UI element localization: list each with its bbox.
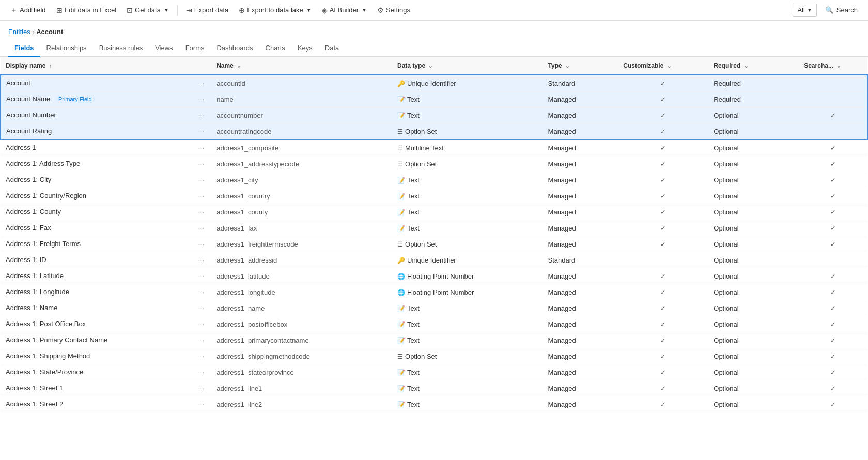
row-menu-dots[interactable]: ··· [196, 368, 207, 376]
tab-charts[interactable]: Charts [259, 40, 291, 57]
col-header-customizable[interactable]: Customizable ⌄ [618, 57, 708, 75]
breadcrumb-entities[interactable]: Entities [8, 28, 30, 36]
table-row[interactable]: Address 1: ID ···address1_addressid🔑Uniq… [1, 252, 867, 268]
add-field-button[interactable]: ＋ Add field [6, 4, 50, 17]
customizable-check: ✓ [660, 144, 666, 152]
search-button[interactable]: 🔍 Search [821, 4, 862, 16]
tab-keys[interactable]: Keys [291, 40, 319, 57]
row-menu-dots[interactable]: ··· [196, 288, 207, 296]
row-menu-dots[interactable]: ··· [196, 95, 207, 103]
cell-customizable: ✓ [618, 332, 708, 348]
row-menu-dots[interactable]: ··· [196, 208, 207, 216]
cell-customizable: ✓ [618, 124, 708, 140]
col-header-displayname[interactable]: Display name ↑ [1, 57, 211, 75]
customizable-check: ✓ [660, 192, 666, 200]
ai-builder-button[interactable]: ◈ AI Builder ▼ [318, 4, 371, 17]
row-menu-dots[interactable]: ··· [196, 160, 207, 168]
row-menu-dots[interactable]: ··· [196, 176, 207, 184]
table-row[interactable]: Account Name Primary Field ···name📝TextM… [1, 91, 867, 108]
row-menu-dots[interactable]: ··· [196, 79, 207, 87]
cell-displayname: Address 1: County ··· [1, 204, 211, 220]
row-menu-dots[interactable]: ··· [196, 336, 207, 344]
table-row[interactable]: Address 1: Fax ···address1_fax📝TextManag… [1, 220, 867, 236]
table-row[interactable]: Account ···accountid🔑Unique IdentifierSt… [1, 75, 867, 91]
table-row[interactable]: Address 1: Address Type ···address1_addr… [1, 156, 867, 172]
tab-dashboards[interactable]: Dashboards [210, 40, 259, 57]
row-menu-dots[interactable]: ··· [196, 384, 207, 392]
table-row[interactable]: Address 1: City ···address1_city📝TextMan… [1, 172, 867, 188]
tab-forms[interactable]: Forms [179, 40, 211, 57]
table-row[interactable]: Address 1: State/Province ···address1_st… [1, 364, 867, 380]
row-menu-dots[interactable]: ··· [196, 304, 207, 312]
searchable-check: ✓ [830, 288, 836, 296]
table-row[interactable]: Address 1: County ···address1_county📝Tex… [1, 204, 867, 220]
table-row[interactable]: Address 1: Primary Contact Name ···addre… [1, 332, 867, 348]
table-row[interactable]: Address 1: Street 1 ···address1_line1📝Te… [1, 380, 867, 396]
cell-displayname: Account ··· [1, 75, 211, 91]
display-name-text: Address 1: Address Type [6, 160, 80, 167]
row-menu-dots[interactable]: ··· [196, 127, 207, 135]
cell-required: Optional [708, 268, 799, 284]
display-name-text: Address 1: Latitude [6, 272, 64, 280]
cell-type: Managed [543, 156, 618, 172]
col-header-searchable[interactable]: Searcha... ⌄ [799, 57, 867, 75]
edit-excel-button[interactable]: ⊞ Edit data in Excel [52, 4, 120, 17]
searchable-check: ✓ [830, 272, 836, 280]
table-row[interactable]: Address 1: Longitude ···address1_longitu… [1, 284, 867, 300]
searchable-check: ✓ [830, 240, 836, 248]
tab-views[interactable]: Views [149, 40, 179, 57]
col-header-required[interactable]: Required ⌄ [708, 57, 799, 75]
edit-excel-label: Edit data in Excel [65, 6, 116, 14]
table-row[interactable]: Account Number ···accountnumber📝TextMana… [1, 108, 867, 124]
table-row[interactable]: Address 1: Latitude ···address1_latitude… [1, 268, 867, 284]
tab-fields[interactable]: Fields [8, 40, 40, 57]
row-menu-dots[interactable]: ··· [196, 240, 207, 248]
table-row[interactable]: Address 1: Freight Terms ···address1_fre… [1, 236, 867, 252]
datatype-text: Text [407, 208, 420, 216]
tab-relationships[interactable]: Relationships [40, 40, 93, 57]
export-lake-button[interactable]: ⊕ Export to data lake ▼ [235, 4, 315, 17]
display-name-text: Address 1: State/Province [6, 368, 83, 376]
col-header-datatype[interactable]: Data type ⌄ [392, 57, 543, 75]
table-row[interactable]: Address 1: Name ···address1_name📝TextMan… [1, 300, 867, 316]
col-header-type[interactable]: Type ⌄ [543, 57, 618, 75]
display-name-text: Account Number [6, 111, 56, 119]
table-row[interactable]: Account Rating ···accountratingcode☰Opti… [1, 124, 867, 140]
searchable-check: ✓ [830, 352, 836, 360]
datatype-text: Floating Point Number [407, 272, 474, 280]
sort-icon-customizable: ⌄ [667, 63, 671, 69]
table-row[interactable]: Address 1: Shipping Method ···address1_s… [1, 348, 867, 364]
display-name-text: Account Rating [6, 127, 52, 135]
all-dropdown[interactable]: All ▼ [793, 4, 816, 17]
cell-type: Standard [543, 75, 618, 91]
row-menu-dots[interactable]: ··· [196, 272, 207, 280]
row-menu-dots[interactable]: ··· [196, 320, 207, 328]
table-row[interactable]: Address 1: Street 2 ···address1_line2📝Te… [1, 396, 867, 412]
table-row[interactable]: Address 1 ···address1_composite☰Multilin… [1, 140, 867, 156]
tab-business-rules[interactable]: Business rules [93, 40, 149, 57]
row-menu-dots[interactable]: ··· [196, 192, 207, 200]
cell-datatype: 📝Text [392, 188, 543, 204]
get-data-button[interactable]: ⊡ Get data ▼ [122, 4, 173, 17]
row-menu-dots[interactable]: ··· [196, 111, 207, 119]
cell-searchable: ✓ [799, 172, 867, 188]
row-menu-dots[interactable]: ··· [196, 256, 207, 264]
table-row[interactable]: Address 1: Post Office Box ···address1_p… [1, 316, 867, 332]
row-menu-dots[interactable]: ··· [196, 224, 207, 232]
settings-label: Settings [386, 6, 410, 14]
tab-data[interactable]: Data [319, 40, 345, 57]
col-header-name[interactable]: Name ⌄ [211, 57, 392, 75]
cell-displayname: Address 1: Name ··· [1, 300, 211, 316]
cell-required: Optional [708, 396, 799, 412]
table-header: Display name ↑ Name ⌄ Data type ⌄ Type ⌄… [1, 57, 867, 75]
cell-customizable: ✓ [618, 188, 708, 204]
datatype-text: Text [407, 336, 420, 344]
table-row[interactable]: Address 1: Country/Region ···address1_co… [1, 188, 867, 204]
row-menu-dots[interactable]: ··· [196, 352, 207, 360]
settings-button[interactable]: ⚙ Settings [373, 4, 414, 17]
row-menu-dots[interactable]: ··· [196, 400, 207, 408]
export-data-button[interactable]: ⇥ Export data [182, 4, 233, 17]
cell-required: Optional [708, 140, 799, 156]
row-menu-dots[interactable]: ··· [196, 144, 207, 152]
cell-displayname: Address 1: Street 2 ··· [1, 396, 211, 412]
